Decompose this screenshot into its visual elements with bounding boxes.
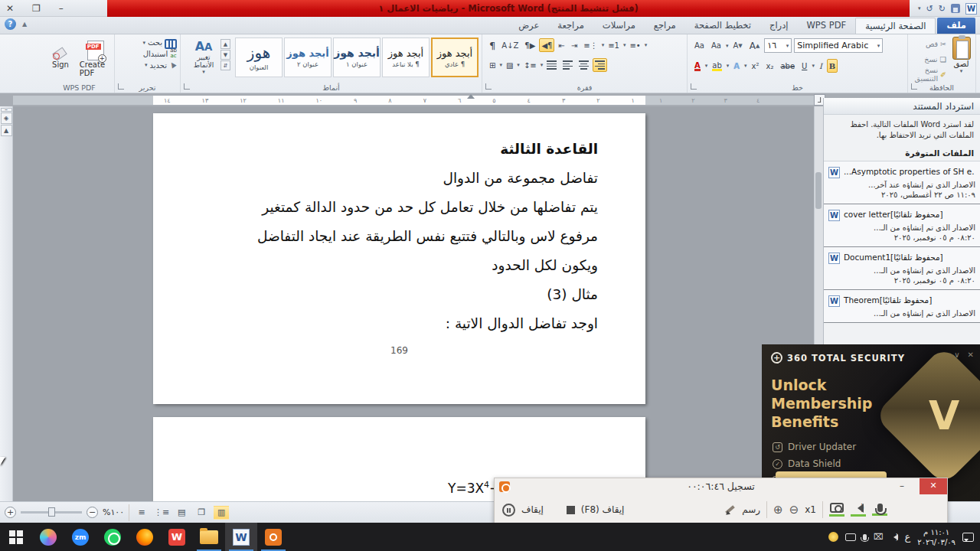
tray-speaker-icon[interactable]	[890, 534, 898, 540]
change-styles-button[interactable]: AA تغيير الأنماط ▾	[188, 41, 219, 82]
create-pdf-button[interactable]: PDF+ Create PDF	[80, 41, 112, 77]
styles-scroll-down-icon[interactable]: ▼	[220, 50, 230, 60]
view-draft-button[interactable]: ≡	[134, 506, 149, 520]
style-title[interactable]: هوز العنوان	[235, 37, 283, 77]
indent-marker[interactable]	[467, 94, 475, 99]
tab-file[interactable]: ملف	[937, 18, 975, 34]
zoom-out-icon[interactable]: ⊖	[789, 503, 799, 517]
save-icon[interactable]	[951, 4, 960, 13]
bold-button[interactable]: B	[827, 59, 838, 73]
popup-close-icon[interactable]: ✕	[968, 350, 974, 359]
recovered-file-item[interactable]: WDocument1[محفوظ تلقائيًا] الاصدار الذي …	[824, 247, 980, 290]
split-handle[interactable]: –	[1, 108, 12, 112]
collapse-ribbon-icon[interactable]: ▲	[22, 21, 27, 28]
zoom-slider[interactable]	[21, 511, 82, 514]
shrink-font-button[interactable]: A▼	[730, 39, 744, 53]
align-right-button[interactable]	[593, 58, 607, 72]
shading-button[interactable]: ▨	[504, 58, 515, 72]
multilevel-list-button[interactable]: ≡⋮	[581, 38, 599, 52]
numbering-button[interactable]: ≡1	[606, 38, 622, 52]
copy-button[interactable]: ❏نسخ	[911, 52, 949, 66]
borders-button[interactable]: ⊞	[487, 58, 498, 72]
view-print-layout-button[interactable]: ▥	[214, 506, 229, 520]
format-painter-button[interactable]: ✐نسخ التنسيق	[911, 67, 949, 81]
recovered-file-item[interactable]: Wcover letter[محفوظ تلقائيًا] الاصدار ال…	[824, 204, 980, 247]
zoom-slider-thumb[interactable]	[48, 507, 55, 517]
stop-button[interactable]: إيقاف (F8)	[581, 504, 625, 515]
undo-icon[interactable]: ↺	[926, 4, 933, 14]
help-icon[interactable]: ?	[5, 18, 16, 30]
recovered-file-item[interactable]: WTheorem[محفوظ تلقائيًا] الاصدار الذي تم…	[824, 290, 980, 323]
styles-scroll-up-icon[interactable]: ▲	[220, 39, 230, 49]
style-heading1[interactable]: أبجد هوز عنوان ١	[333, 37, 381, 77]
justify-button[interactable]	[544, 58, 559, 72]
tray-microphone-icon[interactable]	[863, 534, 867, 540]
tab-insert[interactable]: إدراج	[760, 18, 798, 34]
cut-button[interactable]: ✂قص	[911, 37, 949, 51]
pause-button[interactable]: إيقاف	[521, 504, 544, 515]
recovered-file-item[interactable]: W...Asymptotic properties of SH e. الاصد…	[824, 161, 980, 204]
taskbar-whatsapp[interactable]	[96, 523, 129, 551]
pause-icon[interactable]	[502, 504, 515, 517]
bullets-button[interactable]: ≡•	[627, 38, 642, 52]
tray-display-icon[interactable]	[845, 533, 856, 541]
subscript-button[interactable]: x₂	[763, 59, 776, 73]
document-page-1[interactable]: القاعدة الثالثة تفاضل مجموعة من الدوال ي…	[153, 113, 645, 404]
show-marks-button[interactable]: ¶	[487, 38, 498, 52]
font-size-select[interactable]: ١٦▾	[764, 38, 792, 53]
italic-button[interactable]: I	[817, 59, 825, 73]
tab-mailings[interactable]: مراسلات	[593, 18, 645, 34]
close-window-icon[interactable]: ✕	[6, 3, 14, 14]
taskbar-wps-office[interactable]: W	[161, 523, 193, 551]
view-web-button[interactable]: ▤	[174, 506, 189, 520]
editing-dialog-launcher[interactable]	[118, 83, 124, 90]
tray-clock[interactable]: ١١:٠١ م ٢٠٢٦/٠٣/٠٩	[917, 527, 956, 547]
grow-font-button[interactable]: A▲	[747, 39, 763, 53]
sort-button[interactable]: A↓Z	[499, 38, 521, 52]
zoom-in-icon[interactable]: ⊕	[773, 503, 783, 517]
tab-wps-pdf[interactable]: WPS PDF	[797, 18, 855, 34]
ltr-paragraph-button[interactable]: ¶▶	[522, 38, 537, 52]
decrease-indent-button[interactable]: ⇤	[556, 38, 567, 52]
speaker-toggle[interactable]	[851, 504, 866, 517]
zoom-out-button[interactable]: −	[87, 507, 98, 518]
taskbar-word[interactable]: W	[225, 523, 257, 551]
minimize-window-icon[interactable]: –	[59, 3, 64, 14]
select-button[interactable]: تحديد ▾	[115, 60, 180, 70]
qat-customize-icon[interactable]: ▾	[918, 5, 921, 11]
rtl-paragraph-button[interactable]: ◀¶	[539, 38, 554, 52]
clipboard-dialog-launcher[interactable]	[911, 83, 917, 90]
notification-center-icon[interactable]	[962, 533, 974, 542]
redo-icon[interactable]: ↻	[939, 4, 946, 14]
clear-formatting-button[interactable]: Aa	[692, 39, 707, 53]
style-no-spacing[interactable]: أبجد هوز ¶ بلا تباعد	[382, 37, 430, 77]
tray-mic-muted-icon[interactable]: ⌧	[874, 532, 884, 542]
zoom-percent[interactable]: %١٠٠	[103, 507, 124, 517]
tab-view[interactable]: عرض	[509, 18, 548, 34]
tray-360-icon[interactable]	[828, 532, 838, 542]
view-outline-button[interactable]: ⋮≡	[154, 506, 169, 520]
highlight-button[interactable]: ab	[710, 59, 724, 73]
change-case-button[interactable]: Aa	[709, 39, 724, 53]
zoom-in-button[interactable]: +	[5, 507, 16, 518]
tab-references[interactable]: مراجع	[645, 18, 685, 34]
popup-collapse-icon[interactable]: ∨	[954, 350, 959, 359]
underline-button[interactable]: U	[799, 59, 809, 73]
vertical-scrollbar[interactable]: – ◈ ▲	[0, 106, 13, 501]
tab-home[interactable]: الصفحة الرئيسية	[855, 18, 936, 34]
recorder-minimize-icon[interactable]: –	[892, 478, 912, 494]
tray-language-indicator[interactable]: ع	[905, 531, 911, 543]
view-reading-button[interactable]: ❐	[194, 506, 209, 520]
scroll-up-icon[interactable]: ▲	[1, 125, 12, 136]
tab-page-layout[interactable]: تخطيط الصفحة	[685, 18, 760, 34]
taskbar-zoom[interactable]: zm	[64, 523, 96, 551]
recorder-close-icon[interactable]: ✕	[920, 478, 947, 494]
align-center-button[interactable]	[577, 58, 591, 72]
taskbar-file-explorer[interactable]	[193, 523, 225, 551]
tab-review[interactable]: مراجعة	[548, 18, 593, 34]
start-button[interactable]	[0, 523, 32, 551]
draw-pencil-icon[interactable]	[724, 504, 736, 516]
paste-button[interactable]: لصق ▾	[950, 37, 972, 82]
styles-expand-icon[interactable]: ⇵	[220, 60, 230, 70]
line-spacing-button[interactable]: ↕≡	[521, 58, 539, 72]
